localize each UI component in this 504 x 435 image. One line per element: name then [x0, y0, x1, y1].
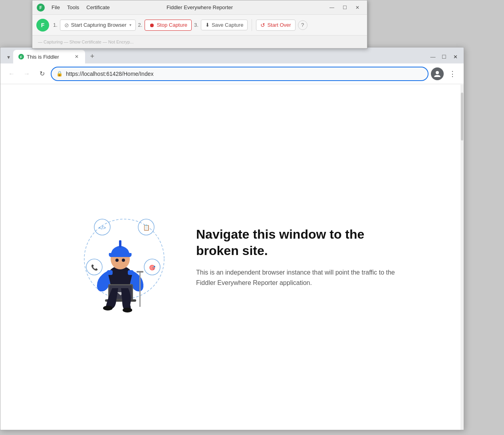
svg-point-25: [103, 306, 113, 310]
content-inner: </> 📋 📞 🎯: [52, 181, 412, 333]
fiddler-app-icon: F: [36, 3, 45, 12]
step3-number: 3.: [194, 22, 198, 28]
browser-window: ▾ F This is Fiddler ✕ + — ☐ ✕ ← → ↻ 🔒: [0, 47, 464, 430]
illustration: </> 📋 📞 🎯: [68, 197, 172, 317]
restore-browser-button[interactable]: ☐: [439, 51, 449, 62]
scrollbar-thumb[interactable]: [461, 93, 463, 140]
toolbar-divider: [252, 19, 252, 31]
svg-rect-16: [119, 240, 121, 247]
menu-tools[interactable]: Tools: [64, 3, 82, 12]
fiddler-logo-button[interactable]: F: [36, 19, 49, 32]
svg-rect-24: [128, 270, 133, 275]
start-over-button[interactable]: ↺ Start Over: [256, 20, 295, 31]
stop-capture-button[interactable]: ⏺ Stop Capture: [145, 20, 192, 31]
url-input[interactable]: [66, 71, 423, 77]
fiddler-window-controls: — ☐ ✕: [326, 3, 363, 12]
tab-favicon-icon: F: [18, 53, 24, 60]
fiddler-titlebar: F File Tools Certificate Fiddler Everywh…: [32, 0, 367, 15]
tab-bar-controls: — ☐ ✕: [425, 51, 464, 62]
help-button[interactable]: ?: [298, 20, 308, 30]
close-browser-button[interactable]: ✕: [450, 51, 460, 62]
save-capture-label: Save Capture: [212, 22, 244, 28]
step1-number: 1.: [53, 22, 58, 28]
dropdown-arrow-icon: ▾: [129, 23, 131, 27]
browser-nav-bar: ← → ↻ 🔒 ⋮: [0, 63, 464, 84]
svg-point-26: [123, 308, 132, 312]
url-bar[interactable]: 🔒: [51, 67, 429, 81]
minimize-button[interactable]: —: [326, 3, 337, 12]
back-button[interactable]: ←: [5, 67, 18, 80]
main-heading: Navigate this window to the broken site.: [196, 226, 396, 259]
forward-button[interactable]: →: [20, 67, 33, 80]
stop-icon: ⏺: [149, 22, 155, 28]
save-icon: ⬇: [205, 22, 210, 28]
fiddler-reporter-window: F File Tools Certificate Fiddler Everywh…: [32, 0, 367, 49]
save-capture-button[interactable]: ⬇ Save Capture: [201, 20, 248, 30]
svg-point-4: [436, 71, 439, 74]
start-capturing-button[interactable]: ⊘ Start Capturing Browser ▾: [60, 20, 136, 31]
scrollbar-track[interactable]: [460, 85, 464, 430]
stop-capture-label: Stop Capture: [157, 22, 187, 28]
main-description: This is an independent browser instance …: [196, 267, 396, 288]
svg-text:🎯: 🎯: [149, 264, 156, 271]
maximize-button[interactable]: ☐: [339, 3, 350, 12]
lock-icon: 🔒: [56, 71, 63, 77]
svg-text:F: F: [20, 55, 22, 59]
svg-text:📞: 📞: [91, 264, 98, 271]
svg-text:</>: </>: [99, 225, 106, 231]
start-over-icon: ↺: [260, 22, 265, 28]
new-tab-button[interactable]: +: [87, 51, 98, 62]
browser-tab-active[interactable]: F This is Fiddler ✕: [13, 50, 85, 63]
fiddler-window-title: Fiddler Everywhere Reporter: [167, 4, 233, 10]
main-content-text: Navigate this window to the broken site.…: [196, 226, 396, 288]
start-over-label: Start Over: [267, 22, 291, 28]
menu-certificate[interactable]: Certificate: [83, 3, 113, 12]
browser-content: </> 📋 📞 🎯: [0, 84, 464, 430]
start-capturing-label: Start Capturing Browser: [71, 22, 127, 28]
minimize-browser-button[interactable]: —: [428, 51, 438, 62]
start-capturing-icon: ⊘: [64, 22, 69, 28]
svg-text:F: F: [40, 5, 42, 10]
user-icon: [434, 70, 441, 77]
tab-close-button[interactable]: ✕: [73, 53, 80, 60]
browser-tab-bar: ▾ F This is Fiddler ✕ + — ☐ ✕: [0, 47, 464, 63]
svg-point-17: [115, 259, 119, 262]
svg-rect-23: [107, 270, 113, 275]
user-account-button[interactable]: [431, 67, 444, 80]
svg-text:📋: 📋: [143, 224, 150, 231]
reload-button[interactable]: ↻: [36, 67, 48, 80]
tab-title: This is Fiddler: [27, 54, 59, 60]
second-toolbar-item: — Capturing — Show Certificate — Not Enc…: [36, 39, 136, 45]
fiddler-toolbar: F 1. ⊘ Start Capturing Browser ▾ 2. ⏺ St…: [32, 15, 367, 36]
more-options-button[interactable]: ⋮: [446, 67, 459, 80]
menu-file[interactable]: File: [48, 3, 63, 12]
svg-rect-27: [139, 271, 141, 307]
tab-list-dropdown[interactable]: ▾: [4, 51, 13, 63]
close-button[interactable]: ✕: [352, 3, 363, 12]
fiddler-second-toolbar: — Capturing — Show Certificate — Not Enc…: [32, 36, 367, 48]
svg-point-18: [122, 259, 125, 262]
step2-number: 2.: [138, 22, 143, 28]
svg-rect-28: [137, 271, 143, 273]
